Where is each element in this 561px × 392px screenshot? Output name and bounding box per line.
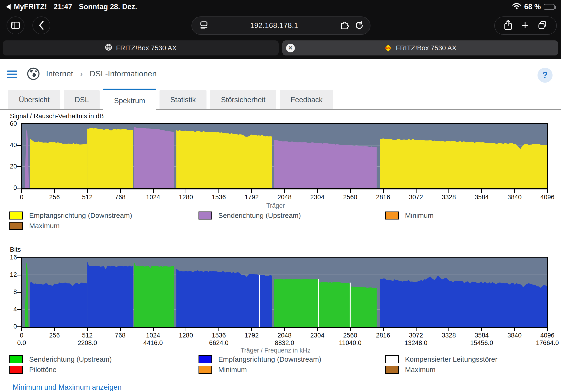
legend-swatch (385, 355, 399, 363)
toolbar-right-group: + (494, 16, 557, 35)
x-tick-label: 1024 (137, 194, 170, 201)
legend-item: Maximum (9, 222, 60, 230)
back-to-app-icon[interactable] (6, 4, 11, 10)
x-tick-label: 3072 (399, 332, 432, 339)
x-tick-mark (153, 189, 154, 193)
x-tick-mark (547, 328, 548, 331)
x-tick-label: 3584 (465, 332, 498, 339)
x-tick-mark (251, 328, 252, 331)
legend-item: Pilottöne (9, 366, 57, 374)
tab-dsl[interactable]: DSL (64, 90, 100, 109)
new-tab-icon[interactable]: + (521, 19, 529, 31)
y-tick-label: 20 (1, 163, 17, 170)
y-tick-mark (17, 309, 21, 310)
tab-st-rsicherheit[interactable]: Störsicherheit (210, 90, 276, 109)
chevron-left-icon (37, 21, 45, 30)
band-senderichtung-upstream- (25, 128, 29, 188)
legend-swatch (9, 366, 23, 374)
y-tick-label: 0 (1, 184, 17, 192)
x-frequency-label: 0.0 (0, 339, 43, 347)
band-empfangsrichtung-downstream- (176, 130, 272, 188)
x-tick-mark (120, 328, 121, 331)
y-tick-label: 0 (1, 323, 17, 330)
x-tick-label: 512 (71, 332, 104, 339)
menu-icon[interactable] (7, 70, 17, 80)
show-min-max-link[interactable]: Minimum und Maximum anzeigen (13, 383, 121, 392)
x-tick-label: 512 (71, 194, 104, 201)
band-senderichtung-upstream- (25, 262, 28, 327)
chart-title-1: Signal / Rausch-Verhältnis in dB (10, 112, 104, 120)
back-button[interactable] (32, 16, 50, 34)
x-tick-label: 2304 (301, 332, 334, 339)
x-tick-label: 2048 (268, 194, 301, 201)
legend-label: Minimum (405, 211, 434, 219)
tab--bersicht[interactable]: Übersicht (8, 90, 60, 109)
back-to-app-label[interactable]: MyFRITZ! (14, 3, 47, 11)
x-tick-mark (481, 328, 482, 331)
band-empfangsrichtung-downstream- (30, 282, 87, 327)
x-tick-mark (251, 189, 252, 193)
legend-swatch (9, 355, 23, 363)
tab-feedback[interactable]: Feedback (280, 90, 333, 109)
help-button[interactable]: ? (538, 68, 552, 83)
x-frequency-label: 6624.0 (198, 339, 240, 347)
tabs-overview-icon[interactable] (537, 20, 548, 31)
legend-swatch (9, 222, 23, 230)
x-tick-mark (383, 328, 384, 331)
x-tick-mark (416, 189, 417, 193)
x-frequency-label: 4416.0 (132, 339, 174, 347)
sidebar-toggle-button[interactable] (7, 16, 24, 34)
x-tick-mark (54, 189, 55, 193)
y-tick-mark (17, 145, 21, 146)
x-tick-label: 1536 (202, 194, 235, 201)
x-tick-mark (317, 189, 318, 193)
x-tick-mark (350, 189, 351, 193)
internet-globe-icon (27, 67, 40, 81)
x-tick-mark (218, 189, 219, 193)
x-tick-mark (350, 328, 351, 331)
breadcrumb-current: DSL-Informationen (90, 69, 157, 78)
close-tab-icon[interactable]: × (286, 44, 295, 52)
browser-tab-1-title[interactable]: FRITZ!Box 7530 AX (116, 44, 177, 52)
x-tick-mark (120, 189, 121, 193)
legend-item: Kompensierter Leitungsstörer (385, 355, 497, 363)
legend-swatch (385, 366, 399, 374)
x-tick-mark (87, 328, 88, 331)
browser-tab-1[interactable]: FRITZ!Box 7530 AX (3, 40, 279, 55)
share-icon[interactable] (503, 20, 513, 32)
breadcrumb-section[interactable]: Internet (46, 69, 73, 78)
y-tick-mark (17, 166, 21, 167)
x-tick-label: 3584 (465, 194, 498, 201)
x-tick-label: 256 (38, 332, 71, 339)
page-settings-icon[interactable] (199, 20, 209, 31)
x-tick-label: 1792 (235, 194, 268, 201)
wifi-icon (512, 2, 521, 11)
reload-icon[interactable] (355, 21, 364, 31)
disturber-marker (259, 275, 260, 327)
url-bar[interactable]: 192.168.178.1 (192, 16, 370, 35)
browser-tab-2-title[interactable]: FRITZ!Box 7530 AX (396, 44, 456, 52)
x-tick-label: 4096 (531, 332, 561, 339)
x-tick-label: 2816 (367, 332, 399, 339)
band-senderichtung-upstream- (134, 262, 174, 327)
disturber-marker (318, 279, 319, 327)
url-text[interactable]: 192.168.178.1 (209, 22, 339, 30)
x-tick-mark (186, 328, 186, 331)
x-tick-label: 1536 (202, 332, 235, 339)
x-tick-label: 4096 (531, 194, 561, 201)
tab-spektrum[interactable]: Spektrum (103, 89, 156, 111)
breadcrumb-separator: › (80, 69, 83, 78)
extensions-icon[interactable] (339, 20, 349, 31)
x-tick-mark (87, 189, 88, 193)
safari-chrome: MyFRITZ! 21:47 Sonntag 28. Dez. 68 % (0, 0, 561, 59)
x-tick-mark (186, 189, 186, 193)
chart-plot-1 (21, 123, 548, 189)
browser-tab-2[interactable]: × FRITZ! FRITZ!Box 7530 AX (282, 40, 558, 55)
tab-statistik[interactable]: Statistik (160, 90, 207, 109)
x-tick-label: 1280 (169, 332, 202, 339)
x-tick-label: 2560 (334, 194, 367, 201)
battery-icon (544, 4, 555, 10)
legend-swatch (9, 211, 23, 219)
x-tick-label: 2048 (268, 332, 301, 339)
y-tick-label: 60 (1, 120, 17, 127)
